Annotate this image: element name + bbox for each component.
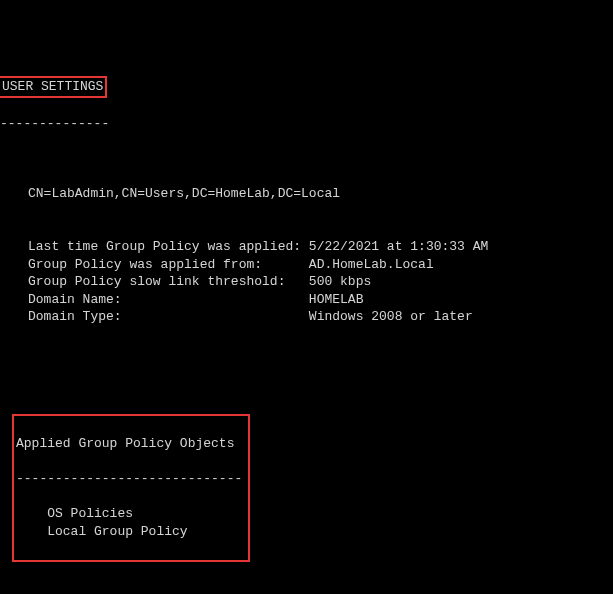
user-info-key: Domain Type:	[28, 308, 301, 326]
title-dashes: --------------	[0, 115, 613, 133]
user-info-key: Group Policy was applied from:	[28, 256, 301, 274]
user-dn: CN=LabAdmin,CN=Users,DC=HomeLab,DC=Local	[0, 185, 613, 203]
user-info-value: 500 kbps	[309, 273, 371, 291]
user-info-key: Domain Name:	[28, 291, 301, 309]
user-info-value: Windows 2008 or later	[309, 308, 473, 326]
user-info-value: HOMELAB	[309, 291, 364, 309]
user-info-row: Last time Group Policy was applied: 5/22…	[0, 238, 613, 256]
user-info-row: Domain Type: Windows 2008 or later	[0, 308, 613, 326]
applied-gpo-title: Applied Group Policy Objects	[16, 435, 242, 453]
user-info-key: Last time Group Policy was applied:	[28, 238, 301, 256]
user-info-row: Domain Name: HOMELAB	[0, 291, 613, 309]
user-settings-title: USER SETTINGS	[0, 76, 107, 98]
user-info-row: Group Policy slow link threshold: 500 kb…	[0, 273, 613, 291]
user-info-row: Group Policy was applied from: AD.HomeLa…	[0, 256, 613, 274]
user-info-value: 5/22/2021 at 1:30:33 AM	[309, 238, 488, 256]
applied-gpo-dashes: -----------------------------	[16, 470, 242, 488]
user-info-value: AD.HomeLab.Local	[309, 256, 434, 274]
applied-gpo-highlight: Applied Group Policy Objects -----------…	[12, 414, 250, 562]
gpo-item: OS Policies	[16, 505, 242, 523]
user-info-key: Group Policy slow link threshold:	[28, 273, 301, 291]
gpo-item: Local Group Policy	[16, 523, 242, 541]
